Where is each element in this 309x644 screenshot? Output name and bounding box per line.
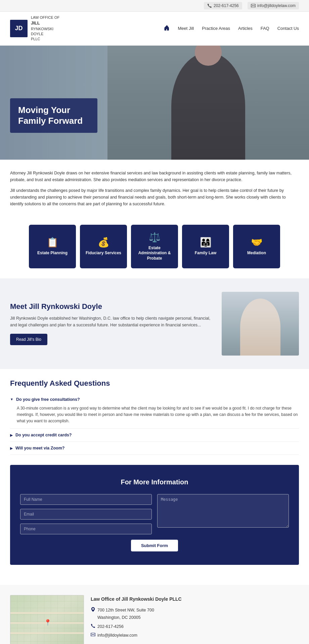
logo-line2: JILL xyxy=(31,20,40,25)
nav-faq[interactable]: FAQ xyxy=(261,26,269,31)
faq-arrow-3: ▶ xyxy=(10,446,13,450)
faq-q1-text: Do you give free consultations? xyxy=(16,397,80,402)
estate-planning-label: Estate Planning xyxy=(37,251,68,256)
top-bar: 202-617-4256 info@jilldoylelaw.com xyxy=(0,0,309,12)
about-section: Attorney Jill Rynkowski Doyle draws on h… xyxy=(0,160,309,218)
logo-icon: JD xyxy=(10,20,28,37)
estate-planning-icon: 📋 xyxy=(47,237,58,248)
faq-q3-text: Will you meet via Zoom? xyxy=(15,446,64,450)
fiduciary-label: Fiduciary Services xyxy=(86,251,121,256)
footer-firm-name: Law Office of Jill Rynkowski Doyle PLLC xyxy=(91,595,182,603)
service-fiduciary[interactable]: 💰 Fiduciary Services xyxy=(80,225,127,268)
map-pin: 📍 xyxy=(44,619,51,626)
faq-item-3: ▶ Will you meet via Zoom? xyxy=(10,442,299,455)
submit-button[interactable]: Submit Form xyxy=(131,540,178,551)
about-p1: Attorney Jill Rynkowski Doyle draws on h… xyxy=(10,170,299,183)
faq-q2-text: Do you accept credit cards? xyxy=(15,433,72,437)
logo-initials: JD xyxy=(15,25,23,32)
meet-section: Meet Jill Rynkowski Doyle Jill Rynkowski… xyxy=(0,278,309,369)
address-line2: Washington, DC 20005 xyxy=(97,614,154,622)
service-mediation[interactable]: 🤝 Mediation xyxy=(233,225,280,268)
hero-text-box: Moving Your Family Forward xyxy=(10,98,97,132)
meet-title: Meet Jill Rynkowski Doyle xyxy=(10,302,212,311)
phone-number: 202-617-4256 xyxy=(214,3,239,8)
logo[interactable]: JD LAW OFFICE OF JILL RYNKOWSKI DOYLE PL… xyxy=(10,15,59,42)
email-input[interactable] xyxy=(20,509,152,520)
logo-line4: DOYLE xyxy=(31,32,59,37)
faq-question-3[interactable]: ▶ Will you meet via Zoom? xyxy=(10,446,299,450)
footer-email-line[interactable]: info@jilldoylelaw.com xyxy=(91,632,182,639)
read-bio-button[interactable]: Read Jill's Bio xyxy=(10,334,47,345)
footer-address: Law Office of Jill Rynkowski Doyle PLLC … xyxy=(91,595,182,640)
phone-icon-footer xyxy=(91,624,95,628)
faq-arrow-1: ▼ xyxy=(10,397,13,401)
email-icon-footer xyxy=(91,632,95,637)
header: JD LAW OFFICE OF JILL RYNKOWSKI DOYLE PL… xyxy=(0,12,309,46)
nav-home[interactable] xyxy=(164,25,170,32)
logo-line5: PLLC xyxy=(31,37,59,42)
email-address: info@jilldoylelaw.com xyxy=(257,3,296,8)
location-icon xyxy=(91,607,95,612)
form-layout xyxy=(20,494,289,534)
message-textarea[interactable] xyxy=(157,494,289,528)
contact-form-section: For More Information Submit Form xyxy=(10,465,299,565)
faq-question-1[interactable]: ▼ Do you give free consultations? xyxy=(10,397,299,402)
faq-arrow-2: ▶ xyxy=(10,433,13,437)
service-estate-admin[interactable]: ⚖️ Estate Administration & Probate xyxy=(131,225,178,268)
phone-bar[interactable]: 202-617-4256 xyxy=(204,2,242,9)
road-h1 xyxy=(10,612,84,614)
meet-description: Jill Rynkowski Doyle established her Was… xyxy=(10,315,212,328)
footer-address-text: 700 12th Street NW, Suite 700 Washington… xyxy=(97,606,154,622)
footer-phone: 202-617-4256 xyxy=(97,623,124,631)
phone-input[interactable] xyxy=(20,524,152,534)
full-name-input[interactable] xyxy=(20,494,152,505)
logo-line1: LAW OFFICE OF xyxy=(31,15,59,20)
nav-contact-us[interactable]: Contact Us xyxy=(277,26,299,31)
hero-tagline: Moving Your Family Forward xyxy=(18,105,89,126)
logo-text: LAW OFFICE OF JILL RYNKOWSKI DOYLE PLLC xyxy=(31,15,59,42)
faq-question-2[interactable]: ▶ Do you accept credit cards? xyxy=(10,433,299,437)
footer-address-line: 700 12th Street NW, Suite 700 Washington… xyxy=(91,606,182,622)
hero-section: Moving Your Family Forward xyxy=(0,46,309,160)
address-line1: 700 12th Street NW, Suite 700 xyxy=(97,606,154,614)
footer-phone-line[interactable]: 202-617-4256 xyxy=(91,623,182,631)
faq-item-2: ▶ Do you accept credit cards? xyxy=(10,429,299,442)
about-p2: Jill understands the challenges posed by… xyxy=(10,187,299,207)
nav-articles[interactable]: Articles xyxy=(238,26,253,31)
logo-line3: RYNKOWSKI xyxy=(31,26,59,32)
faq-section: Frequently Asked Questions ▼ Do you give… xyxy=(0,369,309,465)
email-bar[interactable]: info@jilldoylelaw.com xyxy=(248,2,299,9)
mediation-label: Mediation xyxy=(247,251,266,256)
form-left-col xyxy=(20,494,152,534)
family-law-label: Family Law xyxy=(195,251,217,256)
meet-photo xyxy=(222,292,299,356)
mediation-icon: 🤝 xyxy=(251,237,263,248)
nav-meet-jill[interactable]: Meet Jill xyxy=(178,26,194,31)
service-estate-planning[interactable]: 📋 Estate Planning xyxy=(29,225,76,268)
faq-title: Frequently Asked Questions xyxy=(10,379,299,388)
estate-admin-icon: ⚖️ xyxy=(149,232,161,243)
footer-info: 📍 Google Map data ©2021 Google Law Offic… xyxy=(0,585,309,644)
meet-text: Meet Jill Rynkowski Doyle Jill Rynkowski… xyxy=(10,302,212,345)
faq-item-1: ▼ Do you give free consultations? A 30-m… xyxy=(10,393,299,429)
footer-email: info@jilldoylelaw.com xyxy=(97,632,137,639)
estate-admin-label: Estate Administration & Probate xyxy=(134,246,175,261)
road-h3 xyxy=(10,632,84,634)
map[interactable]: 📍 Google Map data ©2021 Google xyxy=(10,595,84,644)
family-law-icon: 👨‍👩‍👧 xyxy=(200,237,212,248)
contact-form-title: For More Information xyxy=(20,478,289,486)
faq-answer-1: A 30-minute conversation is a very good … xyxy=(10,405,299,425)
main-nav: Meet Jill Practice Areas Articles FAQ Co… xyxy=(164,25,299,32)
nav-practice-areas[interactable]: Practice Areas xyxy=(202,26,230,31)
services-section: 📋 Estate Planning 💰 Fiduciary Services ⚖… xyxy=(0,218,309,278)
service-family-law[interactable]: 👨‍👩‍👧 Family Law xyxy=(182,225,229,268)
form-right-col xyxy=(157,494,289,534)
fiduciary-icon: 💰 xyxy=(98,237,109,248)
